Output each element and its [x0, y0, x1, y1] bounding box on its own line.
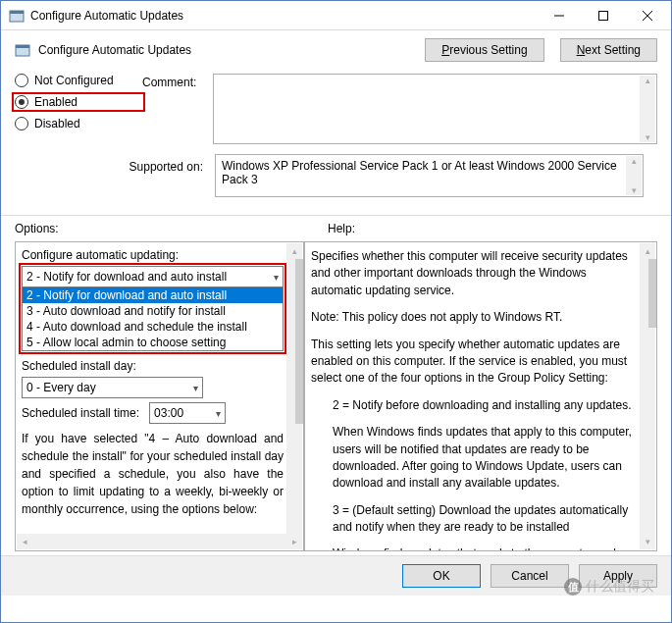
dropdown-option[interactable]: 5 - Allow local admin to choose setting — [23, 335, 283, 350]
policy-icon — [15, 42, 30, 58]
dropdown-option[interactable]: 2 - Notify for download and auto install — [23, 287, 283, 303]
svg-rect-1 — [10, 11, 24, 14]
dropdown-listbox[interactable]: 2 - Notify for download and auto install… — [22, 286, 284, 351]
supported-on-label: Supported on: — [28, 154, 215, 174]
app-icon — [9, 8, 25, 24]
help-paragraph: 3 = (Default setting) Download the updat… — [333, 502, 637, 537]
scheduled-day-label: Scheduled install day: — [22, 359, 136, 373]
svg-rect-3 — [598, 11, 607, 20]
cancel-button[interactable]: Cancel — [491, 564, 569, 588]
ok-button[interactable]: OK — [402, 564, 481, 588]
help-paragraph: Note: This policy does not apply to Wind… — [311, 309, 637, 326]
radio-enabled[interactable]: Enabled — [15, 95, 142, 109]
options-body-text: If you have selected "4 – Auto download … — [22, 430, 284, 518]
help-paragraph: This setting lets you specify whether au… — [311, 337, 637, 388]
radio-icon — [15, 117, 28, 130]
help-panel: Specifies whether this computer will rec… — [304, 241, 657, 551]
titlebar: Configure Automatic Updates — [1, 1, 671, 30]
help-paragraph: When Windows finds updates that apply to… — [333, 424, 637, 493]
scroll-left-icon[interactable]: ◂ — [17, 537, 32, 546]
supported-on-text: Windows XP Professional Service Pack 1 o… — [222, 159, 617, 186]
comment-label: Comment: — [142, 74, 213, 89]
page-title: Configure Automatic Updates — [38, 43, 417, 57]
close-button[interactable] — [625, 1, 669, 29]
options-vscrollbar[interactable]: ▴ ▾ — [286, 243, 302, 549]
next-setting-button[interactable]: Next Setting — [560, 38, 657, 62]
radio-icon — [15, 74, 28, 87]
select-value: 03:00 — [154, 406, 183, 420]
scroll-up-icon[interactable]: ▴ — [286, 243, 302, 259]
chevron-down-icon: ▾ — [274, 272, 279, 283]
radio-label: Enabled — [34, 95, 78, 109]
footer: OK Cancel Apply — [1, 555, 671, 596]
radio-disabled[interactable]: Disabled — [15, 117, 142, 130]
options-label: Options: — [15, 222, 304, 241]
help-paragraph: Windows finds updates that apply to the … — [333, 545, 637, 551]
configure-updating-dropdown[interactable]: 2 - Notify for download and auto install… — [22, 266, 284, 287]
options-panel: Configure automatic updating: 2 - Notify… — [15, 241, 304, 551]
minimize-button[interactable] — [537, 1, 581, 29]
chevron-down-icon: ▾ — [193, 383, 198, 393]
svg-rect-7 — [16, 45, 29, 48]
window-title: Configure Automatic Updates — [30, 9, 537, 23]
help-paragraph: 2 = Notify before downloading and instal… — [333, 397, 637, 414]
radio-icon — [15, 95, 28, 109]
select-value: 0 - Every day — [26, 381, 96, 394]
dropdown-option[interactable]: 4 - Auto download and schedule the insta… — [23, 319, 283, 335]
help-vscrollbar[interactable]: ▴ ▾ — [640, 243, 655, 549]
scheduled-time-select[interactable]: 03:00 ▾ — [149, 402, 226, 424]
scroll-right-icon[interactable]: ▸ — [286, 537, 302, 546]
options-hscrollbar[interactable]: ◂ ▸ — [17, 534, 302, 549]
comment-textarea[interactable]: ▴▾ — [213, 74, 657, 144]
scheduled-day-select[interactable]: 0 - Every day ▾ — [22, 377, 203, 398]
help-label: Help: — [328, 222, 657, 241]
scroll-up-icon[interactable]: ▴ — [640, 243, 655, 259]
radio-not-configured[interactable]: Not Configured — [15, 74, 142, 87]
scheduled-time-label: Scheduled install time: — [22, 406, 139, 420]
dropdown-option[interactable]: 3 - Auto download and notify for install — [23, 303, 283, 319]
scrollbar[interactable]: ▴▾ — [640, 76, 655, 142]
supported-on-box: Windows XP Professional Service Pack 1 o… — [215, 154, 644, 197]
radio-label: Not Configured — [34, 74, 114, 87]
apply-button[interactable]: Apply — [579, 564, 657, 588]
dropdown-value: 2 - Notify for download and auto install — [26, 270, 227, 284]
scroll-down-icon[interactable]: ▾ — [640, 534, 655, 549]
radio-label: Disabled — [34, 117, 80, 130]
maximize-button[interactable] — [581, 1, 625, 29]
help-paragraph: Specifies whether this computer will rec… — [311, 248, 637, 299]
previous-setting-button[interactable]: Previous Setting — [425, 38, 543, 62]
chevron-down-icon: ▾ — [216, 408, 221, 419]
configure-label: Configure automatic updating: — [22, 248, 284, 262]
header-row: Configure Automatic Updates Previous Set… — [1, 30, 671, 70]
scrollbar[interactable]: ▴▾ — [626, 156, 642, 195]
